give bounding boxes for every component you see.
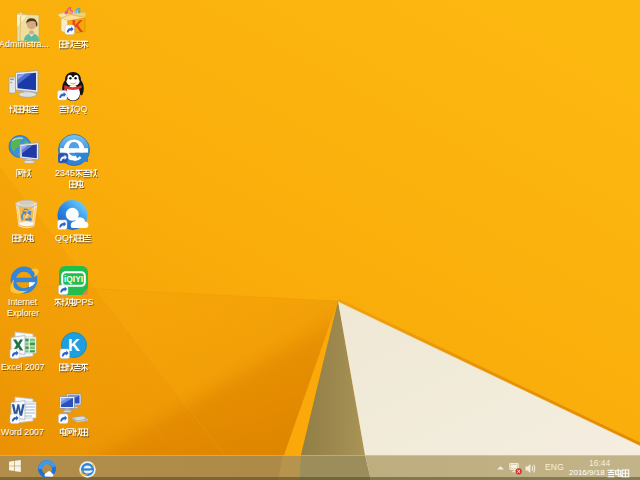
svg-text:PPS: PPS <box>75 297 93 307</box>
svg-text:2016/9/18: 2016/9/18 <box>569 468 605 477</box>
svg-text:Excel 2007: Excel 2007 <box>1 362 45 372</box>
svg-text:Explorer: Explorer <box>7 308 39 318</box>
svg-text:Word 2007: Word 2007 <box>1 427 44 437</box>
svg-text:QQ: QQ <box>55 233 69 243</box>
svg-text:Internet: Internet <box>8 297 38 307</box>
svg-text:2345: 2345 <box>55 168 75 178</box>
svg-text:iQIYI: iQIYI <box>64 274 83 284</box>
svg-text:Administra...: Administra... <box>0 39 49 49</box>
svg-text:K: K <box>68 336 80 354</box>
svg-text:QQ: QQ <box>73 104 87 114</box>
